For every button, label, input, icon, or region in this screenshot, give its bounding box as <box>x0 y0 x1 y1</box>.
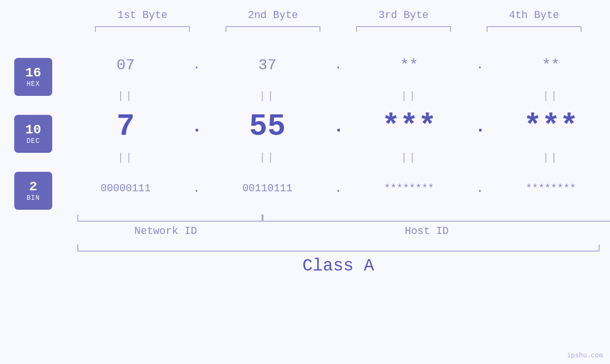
bin-label: BIN <box>27 194 40 202</box>
bin-dot2: . <box>333 182 343 195</box>
hex-num: 16 <box>25 66 41 81</box>
sep2-b3: || <box>357 152 461 164</box>
hex-label: HEX <box>27 80 40 88</box>
main-container: 1st Byte 2nd Byte 3rd Byte 4th Byte 16 H… <box>0 0 610 364</box>
sep2-b1: || <box>74 152 178 164</box>
bin-dot1: . <box>192 182 201 195</box>
hex-data-row: 07 . 37 . ** . ** <box>66 41 610 89</box>
sep1-b4: || <box>498 90 603 102</box>
dec-byte2: 55 <box>215 110 319 144</box>
hex-dot2: . <box>333 59 343 72</box>
bin-num: 2 <box>29 180 38 195</box>
byte2-header: 2nd Byte <box>221 9 325 21</box>
byte-headers: 1st Byte 2nd Byte 3rd Byte 4th Byte <box>77 9 600 21</box>
dec-byte1: 7 <box>74 110 178 144</box>
dec-num: 10 <box>25 123 41 138</box>
dec-dot3: . <box>475 117 485 137</box>
dec-label: DEC <box>27 137 40 145</box>
hex-dot1: . <box>192 59 201 72</box>
bin-data-row: 00000111 . 00110111 . ******** . *******… <box>66 165 610 212</box>
hex-badge: 16 HEX <box>14 58 52 96</box>
sep1-b3: || <box>357 90 461 102</box>
byte3-top-bracket <box>356 26 451 32</box>
hex-byte2: 37 <box>215 56 319 74</box>
sep1-b2: || <box>215 90 319 102</box>
class-outer-bracket <box>77 244 600 252</box>
dec-data-row: 7 . 55 . *** . *** <box>66 103 610 150</box>
class-section: Class A <box>77 244 600 276</box>
dec-badge: 10 DEC <box>14 115 52 153</box>
hex-byte1: 07 <box>74 56 178 74</box>
bottom-brackets <box>77 215 600 222</box>
hex-byte3: ** <box>357 56 461 74</box>
sep2-b4: || <box>498 152 603 164</box>
host-bracket <box>263 215 610 222</box>
byte1-top-bracket <box>95 26 190 32</box>
bin-dot3: . <box>475 182 485 195</box>
network-id-label: Network ID <box>77 225 254 237</box>
bin-byte1: 00000111 <box>74 183 178 195</box>
byte4-top-bracket <box>487 26 582 32</box>
bottom-labels: Network ID Host ID <box>77 225 600 237</box>
network-bracket <box>77 215 263 222</box>
byte3-header: 3rd Byte <box>351 9 456 21</box>
bin-byte4: ******** <box>498 183 603 195</box>
dec-dot2: . <box>333 117 343 137</box>
sep-dec-bin: || || || || <box>66 150 610 165</box>
bin-badge: 2 BIN <box>14 172 52 210</box>
dec-dot1: . <box>192 117 201 137</box>
bin-byte3: ******** <box>357 183 461 195</box>
bottom-section: Network ID Host ID <box>77 215 600 237</box>
class-label: Class A <box>77 256 600 276</box>
bin-byte2: 00110111 <box>215 183 319 195</box>
dec-byte4: *** <box>498 110 603 144</box>
hex-dot3: . <box>475 59 485 72</box>
byte2-top-bracket <box>225 26 320 32</box>
rows-area: 07 . 37 . ** . ** || || || || 7 . <box>66 41 610 212</box>
content-area: 16 HEX 10 DEC 2 BIN 07 . 37 . ** . ** <box>0 41 610 212</box>
dec-byte3: *** <box>357 110 461 144</box>
hex-byte4: ** <box>498 56 603 74</box>
labels-column: 16 HEX 10 DEC 2 BIN <box>0 41 66 212</box>
host-id-label: Host ID <box>254 225 600 237</box>
byte4-header: 4th Byte <box>482 9 586 21</box>
sep-hex-dec: || || || || <box>66 89 610 103</box>
byte1-header: 1st Byte <box>90 9 195 21</box>
sep1-b1: || <box>74 90 178 102</box>
sep2-b2: || <box>215 152 319 164</box>
top-bracket-row <box>77 26 600 32</box>
watermark: ipshu.com <box>567 352 603 359</box>
